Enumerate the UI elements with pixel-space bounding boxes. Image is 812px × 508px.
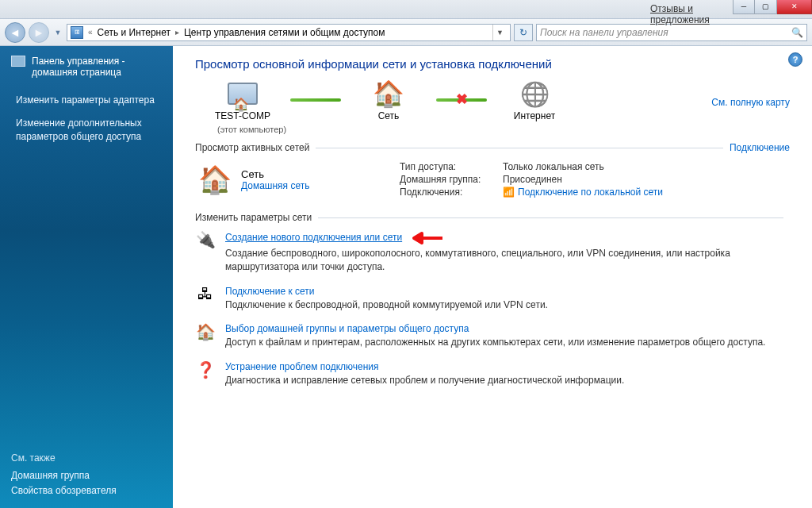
homegroup-link[interactable]: Присоединен [503,174,562,185]
control-panel-home-label: Панель управления - [32,56,125,67]
homegroup-icon: 🏠 [195,323,216,341]
network-name: Сеть [241,168,309,180]
task-homegroup[interactable]: 🏠 Выбор домашней группы и параметры обще… [195,323,790,349]
node-this-pc[interactable]: TEST-COMP [195,79,290,121]
sidebar-task-sharing[interactable]: Изменение дополнительных параметров обще… [16,117,162,144]
minimize-button[interactable]: ─ [733,0,755,14]
globe-icon: 🌐 [517,79,552,109]
close-button[interactable]: ✕ [777,0,812,14]
search-placeholder: Поиск на панели управления [540,27,668,38]
computer-icon [225,79,260,109]
node-internet[interactable]: 🌐 Интернет [487,79,582,121]
see-also-header: См. также [11,452,162,464]
task-homegroup-title[interactable]: Выбор домашней группы и параметры общего… [225,323,469,334]
access-type-label: Тип доступа: [400,161,503,172]
pc-name-label: TEST-COMP [195,110,290,121]
troubleshoot-icon: ❓ [195,361,216,379]
breadcrumb-part[interactable]: Центр управления сетями и общим доступом [184,27,385,38]
window-buttons: ─ ▢ ✕ [733,0,812,14]
network-label: Сеть [341,110,436,121]
breadcrumb-part[interactable]: Сеть и Интернет [98,27,170,38]
task-new-connection-desc: Создание беспроводного, широкополосного,… [225,247,790,275]
sidebar: Панель управления - домашняя страница Из… [0,46,173,508]
search-input[interactable]: Поиск на панели управления 🔍 [536,24,807,41]
control-panel-home[interactable]: Панель управления - домашняя страница [11,56,162,78]
network-map: TEST-COMP 🏠 Сеть 🌐 Интернет См. полную к… [195,79,790,121]
active-networks-header: Просмотр активных сетей [195,142,309,153]
pc-subline: (этот компьютер) [217,125,790,134]
change-settings-header: Изменить параметры сети [195,212,312,223]
active-network-block: 🏠 Сеть Домашняя сеть Тип доступа:Только … [195,156,790,207]
breadcrumb-sep-icon: ▸ [175,28,179,37]
see-also-homegroup[interactable]: Домашняя группа [11,470,162,481]
address-dropdown-icon[interactable]: ▼ [492,25,507,40]
new-connection-icon: 🔌 [195,231,216,248]
internet-label: Интернет [487,110,582,121]
node-network[interactable]: 🏠 Сеть [341,79,436,121]
link-ok-icon [290,98,341,102]
back-button[interactable]: ◄ [5,22,25,43]
help-icon[interactable]: ? [788,52,802,67]
control-panel-home-icon [11,56,25,67]
feedback-link[interactable]: Отзывы и предложения [650,3,717,25]
connections-label: Подключения: [400,187,503,198]
divider [318,217,783,218]
lan-connection-link[interactable]: Подключение по локальной сети [518,187,663,198]
task-connect-network-desc: Подключение к беспроводной, проводной ко… [225,298,548,312]
access-type-value: Только локальная сеть [503,161,604,172]
maximize-button[interactable]: ▢ [755,0,777,14]
task-troubleshoot[interactable]: ❓ Устранение проблем подключения Диагнос… [195,361,790,387]
house-icon: 🏠 [198,164,232,195]
lan-icon: 📶 [503,187,515,198]
link-broken-icon [436,98,487,102]
task-troubleshoot-title[interactable]: Устранение проблем подключения [225,361,379,372]
house-icon: 🏠 [371,79,406,109]
nav-history-dropdown[interactable]: ▼ [52,24,63,41]
see-also: См. также Домашняя группа Свойства обозр… [11,437,162,500]
divider [316,148,723,148]
forward-button[interactable]: ► [29,22,49,43]
control-panel-home-label2: домашняя страница [32,67,125,78]
connection-link[interactable]: Подключение [730,142,790,153]
control-panel-icon: ⊞ [71,26,83,39]
address-bar[interactable]: ⊞ « Сеть и Интернет ▸ Центр управления с… [67,24,511,41]
network-type-link[interactable]: Домашняя сеть [241,180,309,191]
task-connect-network[interactable]: 🖧 Подключение к сети Подключение к беспр… [195,286,790,312]
sidebar-task-adapter[interactable]: Изменить параметры адаптера [16,94,162,107]
red-arrow-annotation [411,231,444,245]
task-connect-network-title[interactable]: Подключение к сети [225,286,314,297]
task-new-connection-title[interactable]: Создание нового подключения или сети [225,232,402,243]
search-icon[interactable]: 🔍 [791,27,803,38]
connect-icon: 🖧 [195,286,216,303]
view-full-map-link[interactable]: См. полную карту [711,97,790,108]
titlebar: Отзывы и предложения ─ ▢ ✕ [0,0,812,19]
homegroup-label: Домашняя группа: [400,174,503,185]
task-homegroup-desc: Доступ к файлам и принтерам, расположенн… [225,336,765,349]
task-troubleshoot-desc: Диагностика и исправление сетевых пробле… [225,374,624,387]
see-also-browser-props[interactable]: Свойства обозревателя [11,485,162,496]
task-new-connection[interactable]: 🔌 Создание нового подключения или сети С… [195,231,790,275]
content: ? Просмотр основной информации сети и ус… [173,46,812,508]
breadcrumb-sep-icon: « [88,28,93,37]
refresh-button[interactable]: ↻ [514,24,533,41]
page-title: Просмотр основной информации сети и уста… [195,57,790,71]
